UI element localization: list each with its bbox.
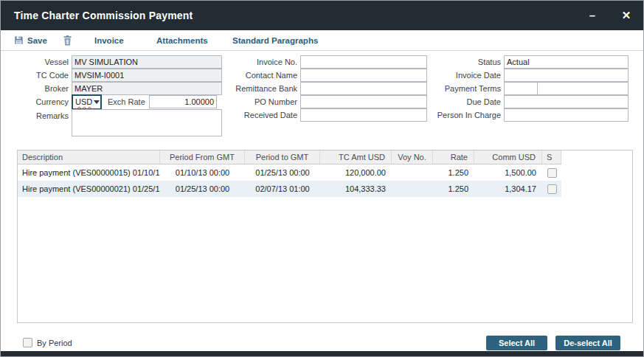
by-period-checkbox[interactable] bbox=[23, 338, 32, 347]
status-label: Status bbox=[427, 55, 504, 69]
received-date-field[interactable] bbox=[300, 108, 427, 122]
cell-comm: 1,500.00 bbox=[474, 164, 542, 181]
save-icon bbox=[14, 35, 24, 45]
cell-description: Hire payment (VES00000015) 01/10/13 bbox=[18, 164, 160, 181]
col-header-period-to: Period to GMT bbox=[245, 150, 320, 164]
invoice-button[interactable]: Invoice bbox=[94, 30, 124, 50]
standard-paragraphs-button[interactable]: Standard Paragraphs bbox=[232, 30, 318, 50]
close-icon[interactable]: ✕ bbox=[614, 1, 639, 30]
person-in-charge-field[interactable] bbox=[504, 108, 629, 122]
minimize-icon[interactable]: – bbox=[580, 1, 605, 30]
col-header-select: S bbox=[542, 150, 561, 164]
remarks-field[interactable] bbox=[72, 109, 222, 136]
col-header-tc-amt: TC Amt USD bbox=[320, 150, 392, 164]
cell-period-to: 02/07/13 01:00 bbox=[245, 181, 320, 197]
invoice-no-label: Invoice No. bbox=[222, 55, 300, 69]
payment-terms-label: Payment Terms bbox=[427, 82, 504, 95]
status-field[interactable] bbox=[504, 55, 629, 69]
cell-description: Hire payment (VES00000021) 01/25/13 bbox=[18, 181, 160, 197]
cell-period-from: 01/25/13 00:00 bbox=[160, 181, 245, 197]
invoice-no-field[interactable] bbox=[300, 55, 427, 69]
titlebar: Time Charter Commission Payment – ✕ bbox=[1, 1, 643, 30]
save-label: Save bbox=[27, 36, 47, 45]
due-date-label: Due Date bbox=[427, 95, 504, 108]
time-charter-commission-payment-dialog: Time Charter Commission Payment – ✕ Save… bbox=[0, 0, 644, 357]
cell-voy-no bbox=[392, 181, 433, 197]
vessel-label: Vessel bbox=[4, 55, 72, 69]
cell-comm: 1,304.17 bbox=[474, 181, 542, 197]
delete-button[interactable] bbox=[63, 30, 72, 50]
by-period-option: By Period bbox=[23, 338, 72, 347]
col-header-rate: Rate bbox=[433, 150, 474, 164]
dialog-bottom-border bbox=[1, 351, 643, 356]
chevron-down-icon bbox=[94, 100, 100, 104]
currency-label: Currency bbox=[4, 95, 72, 108]
exch-rate-field[interactable] bbox=[149, 95, 217, 108]
col-header-description: Description bbox=[18, 150, 160, 164]
form-column-middle: Invoice No. Contact Name Remittance Bank… bbox=[222, 55, 427, 122]
col-header-period-from: Period From GMT bbox=[160, 150, 245, 164]
standard-paragraphs-label: Standard Paragraphs bbox=[232, 36, 318, 45]
col-header-comm: Comm USD bbox=[474, 150, 542, 164]
table-row[interactable]: Hire payment (VES00000021) 01/25/13 01/2… bbox=[18, 181, 561, 197]
cell-tc-amt: 104,333.33 bbox=[320, 181, 392, 197]
select-all-button[interactable]: Select All bbox=[486, 336, 547, 350]
currency-dropdown[interactable]: USD bbox=[72, 94, 102, 110]
invoice-date-label: Invoice Date bbox=[427, 69, 504, 82]
invoice-label: Invoice bbox=[94, 36, 124, 45]
form-column-right: Status Invoice Date Payment Terms Due Da… bbox=[427, 55, 629, 122]
due-date-field[interactable] bbox=[504, 95, 629, 108]
broker-label: Broker bbox=[4, 82, 72, 95]
po-number-label: PO Number bbox=[222, 95, 300, 108]
payment-terms-code-field[interactable] bbox=[504, 82, 538, 95]
vessel-field[interactable] bbox=[72, 55, 222, 69]
table-row[interactable]: Hire payment (VES00000015) 01/10/13 01/1… bbox=[18, 164, 561, 181]
payments-table: Description Period From GMT Period to GM… bbox=[17, 150, 633, 323]
cell-rate: 1.250 bbox=[433, 181, 474, 197]
trash-icon bbox=[63, 35, 72, 46]
contact-name-label: Contact Name bbox=[222, 69, 300, 82]
remarks-label: Remarks bbox=[4, 109, 72, 122]
po-number-field[interactable] bbox=[300, 95, 427, 108]
payment-terms-desc-field[interactable] bbox=[537, 82, 629, 95]
person-in-charge-label: Person In Charge bbox=[427, 108, 504, 122]
tc-code-field[interactable] bbox=[72, 69, 222, 82]
by-period-label: By Period bbox=[37, 339, 72, 347]
contact-name-field[interactable] bbox=[300, 69, 427, 82]
col-header-voy-no: Voy No. bbox=[392, 150, 433, 164]
form-column-left: Vessel TC Code Broker Currency USD Exch … bbox=[4, 55, 222, 136]
invoice-date-field[interactable] bbox=[504, 69, 629, 82]
exch-rate-label: Exch Rate bbox=[108, 97, 149, 106]
row-select-checkbox[interactable] bbox=[547, 184, 557, 194]
attachments-button[interactable]: Attachments bbox=[156, 30, 208, 50]
tc-code-label: TC Code bbox=[4, 69, 72, 82]
table-header-row: Description Period From GMT Period to GM… bbox=[18, 150, 561, 164]
deselect-all-button[interactable]: De-select All bbox=[555, 336, 620, 350]
remittance-bank-label: Remittance Bank bbox=[222, 82, 300, 95]
received-date-label: Received Date bbox=[222, 108, 300, 122]
cell-period-from: 01/10/13 00:00 bbox=[160, 164, 245, 181]
cell-tc-amt: 120,000.00 bbox=[320, 164, 392, 181]
save-button[interactable]: Save bbox=[14, 30, 47, 50]
attachments-label: Attachments bbox=[156, 36, 208, 45]
row-select-checkbox[interactable] bbox=[547, 168, 557, 178]
remittance-bank-field[interactable] bbox=[300, 82, 427, 95]
broker-field[interactable] bbox=[72, 82, 222, 95]
cell-period-to: 01/25/13 00:00 bbox=[245, 164, 320, 181]
toolbar: Save Invoice Attachments Standard Paragr… bbox=[1, 30, 643, 51]
cell-rate: 1.250 bbox=[433, 164, 474, 181]
currency-value: USD bbox=[75, 97, 92, 106]
cell-voy-no bbox=[392, 164, 433, 181]
window-title: Time Charter Commission Payment bbox=[14, 10, 193, 21]
